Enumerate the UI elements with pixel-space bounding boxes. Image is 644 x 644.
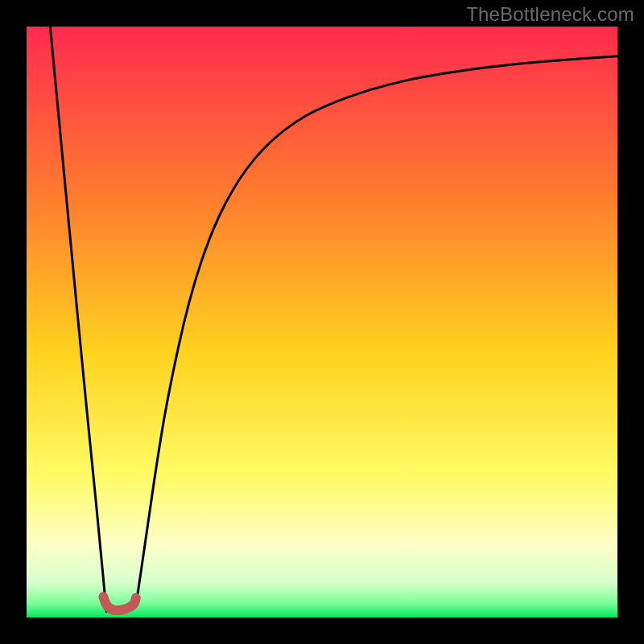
chart-container: TheBottleneck.com	[0, 0, 644, 644]
watermark-text: TheBottleneck.com	[466, 3, 634, 26]
plot-background	[27, 27, 617, 617]
chart-svg	[0, 0, 644, 644]
